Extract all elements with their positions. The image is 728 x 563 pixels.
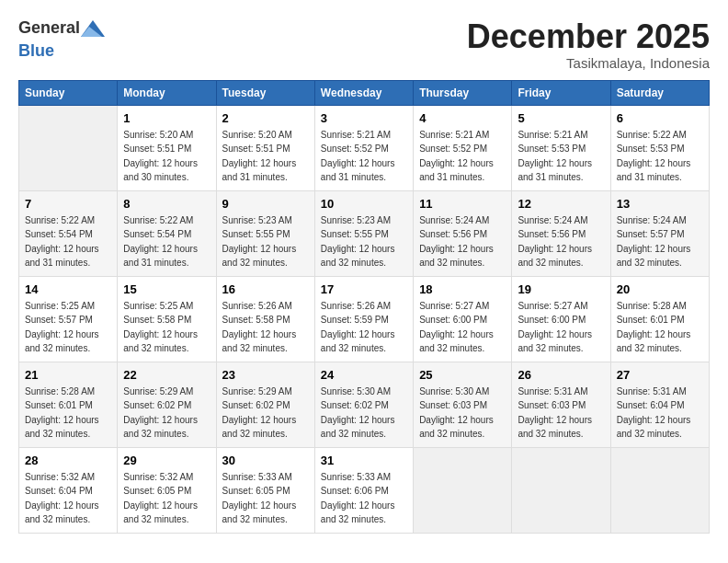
day-info: Sunrise: 5:21 AMSunset: 5:53 PMDaylight:… [518,128,604,185]
calendar-cell: 6Sunrise: 5:22 AMSunset: 5:53 PMDaylight… [610,105,709,190]
calendar-cell: 18Sunrise: 5:27 AMSunset: 6:00 PMDayligh… [414,276,512,362]
day-info: Sunrise: 5:31 AMSunset: 6:03 PMDaylight:… [518,385,604,442]
column-header-wednesday: Wednesday [314,80,413,105]
day-info: Sunrise: 5:20 AMSunset: 5:51 PMDaylight:… [222,128,309,185]
day-number: 2 [222,111,309,125]
calendar-cell: 27Sunrise: 5:31 AMSunset: 6:04 PMDayligh… [610,362,709,447]
calendar-cell: 30Sunrise: 5:33 AMSunset: 6:05 PMDayligh… [216,447,314,533]
calendar-header-row: SundayMondayTuesdayWednesdayThursdayFrid… [19,80,710,105]
column-header-sunday: Sunday [19,80,118,105]
calendar-cell: 24Sunrise: 5:30 AMSunset: 6:02 PMDayligh… [314,362,413,447]
day-number: 26 [518,368,604,382]
week-row-3: 14Sunrise: 5:25 AMSunset: 5:57 PMDayligh… [19,276,710,362]
calendar-cell: 13Sunrise: 5:24 AMSunset: 5:57 PMDayligh… [610,190,709,276]
day-number: 1 [123,111,210,125]
day-info: Sunrise: 5:28 AMSunset: 6:01 PMDaylight:… [25,385,111,442]
day-info: Sunrise: 5:30 AMSunset: 6:02 PMDaylight:… [321,385,407,442]
calendar-cell: 4Sunrise: 5:21 AMSunset: 5:52 PMDaylight… [414,105,512,190]
day-number: 22 [123,368,210,382]
calendar-cell: 31Sunrise: 5:33 AMSunset: 6:06 PMDayligh… [314,447,413,533]
day-number: 25 [419,368,506,382]
column-header-friday: Friday [512,80,610,105]
column-header-monday: Monday [118,80,216,105]
calendar-cell: 15Sunrise: 5:25 AMSunset: 5:58 PMDayligh… [118,276,216,362]
day-info: Sunrise: 5:27 AMSunset: 6:00 PMDaylight:… [518,299,604,356]
page-header: GeneralBlue December 2025 Tasikmalaya, I… [18,18,710,71]
calendar-cell: 14Sunrise: 5:25 AMSunset: 5:57 PMDayligh… [19,276,118,362]
calendar-cell: 1Sunrise: 5:20 AMSunset: 5:51 PMDaylight… [118,105,216,190]
day-info: Sunrise: 5:25 AMSunset: 5:57 PMDaylight:… [25,299,111,356]
day-number: 8 [123,197,210,211]
day-number: 29 [123,454,210,467]
day-number: 10 [321,197,407,211]
day-info: Sunrise: 5:25 AMSunset: 5:58 PMDaylight:… [123,299,210,356]
day-number: 23 [222,368,309,382]
day-number: 17 [321,282,407,296]
calendar-cell: 9Sunrise: 5:23 AMSunset: 5:55 PMDaylight… [216,190,314,276]
day-info: Sunrise: 5:23 AMSunset: 5:55 PMDaylight:… [321,213,407,270]
calendar-cell: 11Sunrise: 5:24 AMSunset: 5:56 PMDayligh… [414,190,512,276]
day-info: Sunrise: 5:24 AMSunset: 5:56 PMDaylight:… [518,213,604,270]
day-info: Sunrise: 5:33 AMSunset: 6:05 PMDaylight:… [222,470,309,527]
calendar-cell: 25Sunrise: 5:30 AMSunset: 6:03 PMDayligh… [414,362,512,447]
day-info: Sunrise: 5:30 AMSunset: 6:03 PMDaylight:… [419,385,506,442]
calendar-cell: 28Sunrise: 5:32 AMSunset: 6:04 PMDayligh… [19,447,118,533]
calendar-cell: 10Sunrise: 5:23 AMSunset: 5:55 PMDayligh… [314,190,413,276]
day-number: 16 [222,282,309,296]
week-row-4: 21Sunrise: 5:28 AMSunset: 6:01 PMDayligh… [19,362,710,447]
day-number: 15 [123,282,210,296]
calendar-cell: 29Sunrise: 5:32 AMSunset: 6:05 PMDayligh… [118,447,216,533]
day-number: 14 [25,282,111,296]
calendar-cell: 21Sunrise: 5:28 AMSunset: 6:01 PMDayligh… [19,362,118,447]
day-number: 7 [25,197,111,211]
week-row-5: 28Sunrise: 5:32 AMSunset: 6:04 PMDayligh… [19,447,710,533]
day-info: Sunrise: 5:23 AMSunset: 5:55 PMDaylight:… [222,213,309,270]
calendar-cell: 7Sunrise: 5:22 AMSunset: 5:54 PMDaylight… [19,190,118,276]
day-number: 4 [419,111,506,125]
calendar-cell: 16Sunrise: 5:26 AMSunset: 5:58 PMDayligh… [216,276,314,362]
day-number: 28 [25,454,111,467]
day-info: Sunrise: 5:24 AMSunset: 5:57 PMDaylight:… [617,213,703,270]
day-number: 12 [518,197,604,211]
logo-icon [80,19,106,38]
calendar-cell: 19Sunrise: 5:27 AMSunset: 6:00 PMDayligh… [512,276,610,362]
calendar-cell: 5Sunrise: 5:21 AMSunset: 5:53 PMDaylight… [512,105,610,190]
day-number: 31 [321,454,407,467]
month-title: December 2025 [467,18,710,55]
day-number: 19 [518,282,604,296]
day-number: 13 [617,197,703,211]
logo-general: General [18,18,80,38]
day-info: Sunrise: 5:21 AMSunset: 5:52 PMDaylight:… [419,128,506,185]
calendar-cell: 22Sunrise: 5:29 AMSunset: 6:02 PMDayligh… [118,362,216,447]
calendar-cell: 12Sunrise: 5:24 AMSunset: 5:56 PMDayligh… [512,190,610,276]
calendar-cell: 8Sunrise: 5:22 AMSunset: 5:54 PMDaylight… [118,190,216,276]
day-number: 5 [518,111,604,125]
day-info: Sunrise: 5:21 AMSunset: 5:52 PMDaylight:… [321,128,407,185]
week-row-2: 7Sunrise: 5:22 AMSunset: 5:54 PMDaylight… [19,190,710,276]
day-info: Sunrise: 5:33 AMSunset: 6:06 PMDaylight:… [321,470,407,527]
calendar-cell: 26Sunrise: 5:31 AMSunset: 6:03 PMDayligh… [512,362,610,447]
logo-blue: Blue [18,41,54,61]
day-number: 6 [617,111,703,125]
day-info: Sunrise: 5:24 AMSunset: 5:56 PMDaylight:… [419,213,506,270]
day-info: Sunrise: 5:26 AMSunset: 5:59 PMDaylight:… [321,299,407,356]
column-header-thursday: Thursday [414,80,512,105]
day-info: Sunrise: 5:22 AMSunset: 5:53 PMDaylight:… [617,128,703,185]
day-info: Sunrise: 5:27 AMSunset: 6:00 PMDaylight:… [419,299,506,356]
calendar-table: SundayMondayTuesdayWednesdayThursdayFrid… [18,80,710,534]
day-number: 9 [222,197,309,211]
calendar-cell: 2Sunrise: 5:20 AMSunset: 5:51 PMDaylight… [216,105,314,190]
calendar-cell [610,447,709,533]
day-number: 27 [617,368,703,382]
calendar-cell [414,447,512,533]
day-info: Sunrise: 5:32 AMSunset: 6:05 PMDaylight:… [123,470,210,527]
day-info: Sunrise: 5:32 AMSunset: 6:04 PMDaylight:… [25,470,111,527]
logo: GeneralBlue [18,18,106,61]
calendar-cell: 20Sunrise: 5:28 AMSunset: 6:01 PMDayligh… [610,276,709,362]
calendar-cell: 17Sunrise: 5:26 AMSunset: 5:59 PMDayligh… [314,276,413,362]
day-number: 18 [419,282,506,296]
day-info: Sunrise: 5:20 AMSunset: 5:51 PMDaylight:… [123,128,210,185]
day-info: Sunrise: 5:22 AMSunset: 5:54 PMDaylight:… [123,213,210,270]
subtitle: Tasikmalaya, Indonesia [467,55,710,71]
calendar-cell [19,105,118,190]
